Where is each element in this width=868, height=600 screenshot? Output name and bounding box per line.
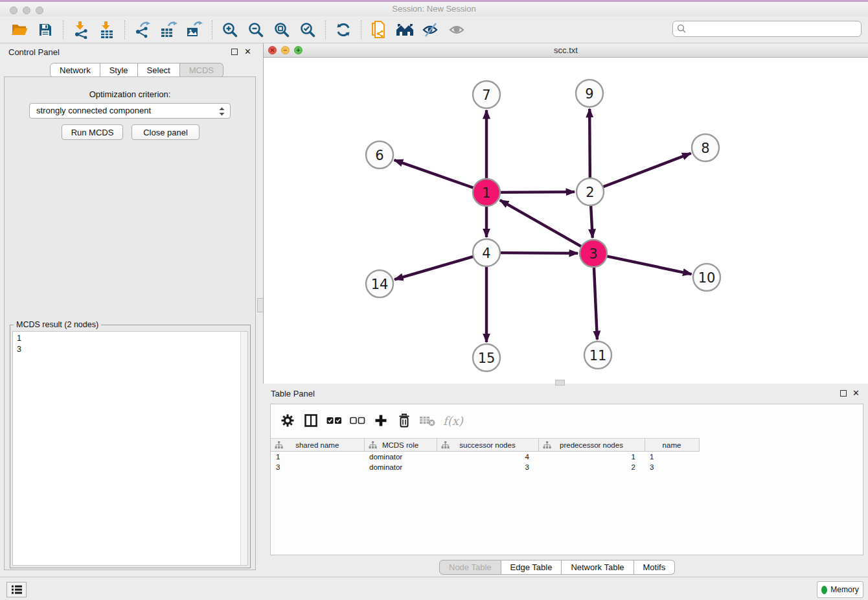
hide-selected-button[interactable] — [419, 19, 442, 41]
minimize-window-button[interactable] — [23, 6, 30, 14]
graph-edge-3-11[interactable] — [594, 267, 597, 340]
table-row[interactable]: 3dominator323 — [271, 462, 699, 472]
run-mcds-button[interactable]: Run MCDS — [62, 124, 123, 140]
task-history-button[interactable] — [6, 582, 27, 597]
search-input[interactable] — [672, 21, 862, 37]
graph-edge-3-1[interactable] — [500, 200, 582, 247]
table-cell[interactable]: 3 — [437, 462, 538, 472]
export-table-button[interactable] — [157, 19, 180, 41]
zoom-in-button[interactable] — [218, 19, 242, 41]
split-view-button[interactable] — [300, 410, 322, 431]
select-all-checks-button[interactable] — [323, 410, 345, 431]
column-header-successor-nodes[interactable]: successor nodes — [437, 439, 538, 452]
column-header-name[interactable]: name — [645, 439, 699, 452]
zoom-window-button[interactable] — [36, 6, 43, 14]
tab-network-table[interactable]: Network Table — [562, 560, 634, 575]
column-header-shared-name[interactable]: shared name — [271, 439, 364, 452]
tab-style[interactable]: Style — [100, 63, 138, 78]
list-icon — [11, 584, 23, 595]
graph-node-2[interactable]: 2 — [577, 178, 604, 205]
graph-node-9[interactable]: 9 — [576, 80, 603, 107]
network-window-titlebar[interactable]: ✕ − + scc.txt — [264, 43, 868, 58]
function-builder-button[interactable]: f(x) — [443, 414, 463, 428]
close-table-panel-icon[interactable]: ✕ — [852, 388, 860, 398]
table-cell[interactable]: dominator — [364, 452, 437, 462]
graph-node-6[interactable]: 6 — [366, 141, 393, 168]
zoom-fit-button[interactable] — [270, 19, 293, 41]
deselect-all-checks-button[interactable] — [347, 410, 369, 431]
horizontal-divider-grip[interactable] — [555, 380, 565, 386]
table-cell[interactable]: 3 — [645, 462, 699, 472]
graph-edge-4-3[interactable] — [500, 253, 578, 253]
table-cell[interactable]: 3 — [271, 462, 364, 472]
memory-button[interactable]: Memory — [817, 581, 863, 598]
table-cell[interactable]: 1 — [271, 452, 364, 462]
criterion-dropdown[interactable]: strongly connected component — [29, 103, 231, 119]
zoom-out-button[interactable] — [244, 19, 268, 41]
graph-node-14[interactable]: 14 — [366, 270, 393, 297]
float-table-panel-icon[interactable] — [840, 390, 847, 397]
delete-column-button[interactable] — [393, 410, 415, 431]
save-session-button[interactable] — [34, 19, 57, 41]
graph-node-7[interactable]: 7 — [473, 81, 500, 108]
tab-select[interactable]: Select — [138, 63, 180, 78]
column-header-predecessor-nodes[interactable]: predecessor nodes — [538, 439, 645, 452]
import-network-button[interactable] — [69, 19, 93, 41]
float-panel-icon[interactable] — [231, 49, 238, 55]
refresh-icon — [335, 21, 352, 38]
graph-edge-2-9[interactable] — [589, 109, 590, 178]
show-all-button[interactable] — [445, 19, 468, 41]
tab-node-table[interactable]: Node Table — [439, 560, 501, 575]
result-scrollbar[interactable] — [240, 332, 247, 565]
network-close-button[interactable]: ✕ — [268, 46, 277, 54]
tab-edge-table[interactable]: Edge Table — [501, 560, 562, 575]
close-window-button[interactable] — [10, 6, 17, 14]
add-column-button[interactable] — [370, 410, 392, 431]
column-header-mcds-role[interactable]: MCDS role — [364, 439, 437, 452]
tab-motifs[interactable]: Motifs — [634, 560, 676, 575]
refresh-network-button[interactable] — [332, 19, 355, 41]
graph-edge-2-3[interactable] — [591, 205, 593, 238]
graph-node-3[interactable]: 3 — [580, 240, 607, 267]
export-image-button[interactable] — [183, 19, 206, 41]
graph-edge-1-2[interactable] — [500, 192, 575, 192]
network-canvas[interactable]: 7968124314101511 — [264, 58, 868, 384]
delete-table-button[interactable] — [417, 410, 439, 431]
tab-mcds[interactable]: MCDS — [180, 63, 223, 78]
import-table-button[interactable] — [95, 19, 119, 41]
graph-node-8[interactable]: 8 — [692, 134, 719, 161]
graph-node-11[interactable]: 11 — [584, 341, 611, 369]
table-cell[interactable]: 4 — [437, 452, 538, 462]
open-session-button[interactable] — [8, 19, 31, 41]
mcds-result-textarea[interactable]: 13 — [12, 331, 248, 566]
zoom-selected-button[interactable] — [296, 19, 319, 41]
table-cell[interactable]: 2 — [538, 462, 645, 472]
network-maximize-button[interactable]: + — [294, 46, 303, 54]
column-header-label: predecessor nodes — [560, 441, 623, 449]
graph-node-10[interactable]: 10 — [693, 264, 720, 291]
table-cell[interactable]: dominator — [364, 462, 437, 472]
graph-edge-1-6[interactable] — [394, 160, 474, 188]
mcds-result-lines: 13 — [17, 333, 247, 355]
table-settings-button[interactable] — [277, 410, 299, 431]
control-panel: Control Panel ✕ NetworkStyleSelectMCDS O… — [0, 43, 259, 577]
network-minimize-button[interactable]: − — [281, 46, 290, 54]
close-panel-icon[interactable]: ✕ — [244, 47, 251, 56]
export-network-button[interactable] — [131, 19, 154, 41]
graph-node-15[interactable]: 15 — [473, 344, 500, 371]
graph-node-1[interactable]: 1 — [473, 179, 500, 206]
table-row[interactable]: 1dominator411 — [271, 452, 699, 462]
first-neighbors-button[interactable] — [393, 19, 417, 41]
clone-network-button[interactable] — [367, 19, 391, 41]
close-panel-button[interactable]: Close panel — [131, 124, 200, 140]
graph-edge-3-10[interactable] — [607, 256, 692, 274]
import-network-icon — [72, 21, 90, 39]
tab-network[interactable]: Network — [50, 63, 100, 78]
window-title: Session: New Session — [0, 2, 868, 16]
network-graph[interactable]: 7968124314101511 — [264, 58, 868, 384]
graph-edge-4-14[interactable] — [394, 257, 474, 279]
graph-edge-2-8[interactable] — [603, 154, 691, 187]
table-cell[interactable]: 1 — [645, 452, 699, 462]
graph-node-4[interactable]: 4 — [473, 239, 500, 266]
table-cell[interactable]: 1 — [538, 452, 645, 462]
